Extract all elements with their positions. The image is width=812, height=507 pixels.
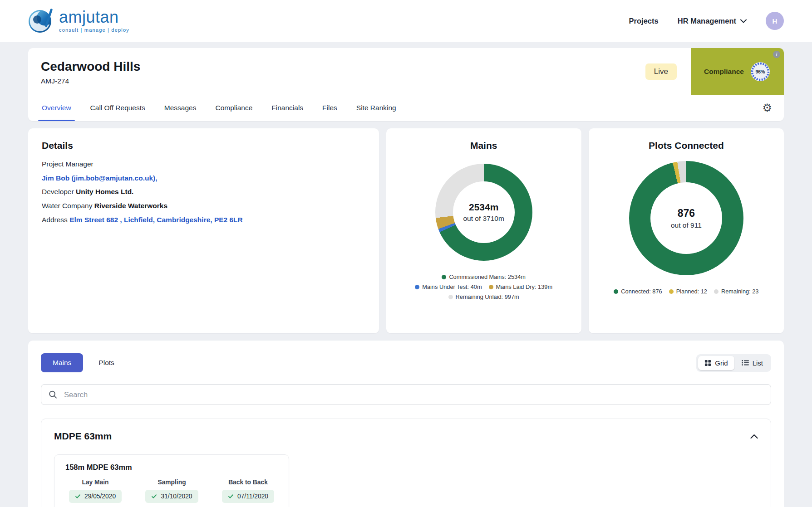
grid-view-button[interactable]: Grid <box>698 356 734 370</box>
brand-tagline: consult | manage | deploy <box>59 28 129 33</box>
milestone-label: Lay Main <box>82 479 109 486</box>
milestone-date-pill: 07/11/2020 <box>222 490 274 503</box>
project-manager-link-line: Jim Bob (jim.bob@amjutan.co.uk), <box>42 173 365 183</box>
mains-donut-center: 2534m out of 3710m <box>453 181 515 243</box>
tabs-row: OverviewCall Off RequestsMessagesComplia… <box>28 95 784 121</box>
milestone-date: 31/10/2020 <box>161 493 192 500</box>
group-title: MDPE 63mm <box>54 431 112 442</box>
milestone-row: Lay Main29/05/2020Sampling31/10/2020Back… <box>65 479 278 503</box>
brand-name: amjutan <box>59 9 129 25</box>
project-code: AMJ-274 <box>41 77 140 85</box>
summary-cards-row: Details Project Manager Jim Bob (jim.bob… <box>28 128 784 333</box>
search-input[interactable] <box>41 384 771 405</box>
legend-dot <box>614 289 618 294</box>
tab-site-ranking[interactable]: Site Ranking <box>355 95 397 121</box>
check-icon <box>228 493 234 499</box>
group-mdpe-63mm: MDPE 63mm 158m MDPE 63mm Lay Main29/05/2… <box>41 419 771 507</box>
project-header-card: Cedarwood Hills AMJ-274 Live i Complianc… <box>28 48 784 121</box>
project-manager-label: Project Manager <box>42 159 365 169</box>
plots-legend: Connected: 876Planned: 12Remaining: 23 <box>614 288 758 295</box>
plots-chart-card: Plots Connected 876 out of 911 Connected… <box>589 128 784 333</box>
milestone: Lay Main29/05/2020 <box>69 479 122 503</box>
main-item-card[interactable]: 158m MDPE 63mm Lay Main29/05/2020Samplin… <box>54 454 289 507</box>
milestone-date-pill: 29/05/2020 <box>69 490 122 503</box>
info-icon[interactable]: i <box>773 51 780 58</box>
legend-dot <box>714 289 718 294</box>
compliance-label: Compliance <box>704 68 744 76</box>
group-accordion-header[interactable]: MDPE 63mm <box>54 431 758 442</box>
compliance-gauge: 96% <box>749 61 771 83</box>
nav-projects[interactable]: Projects <box>629 17 659 25</box>
list-view-button[interactable]: List <box>735 356 769 370</box>
main-item-title: 158m MDPE 63mm <box>65 463 278 472</box>
milestone: Back to Back07/11/2020 <box>222 479 274 503</box>
settings-gear-icon[interactable]: ⚙ <box>762 95 772 121</box>
milestone-date: 07/11/2020 <box>237 493 268 500</box>
check-icon <box>151 493 157 499</box>
plots-donut-chart: 876 out of 911 <box>629 161 743 275</box>
address-line: Address Elm Street 682 , Lichfield, Camb… <box>42 215 365 225</box>
milestone-date: 29/05/2020 <box>84 493 116 500</box>
legend-item: Planned: 12 <box>669 288 707 295</box>
details-heading: Details <box>42 140 365 151</box>
mains-donut-chart: 2534m out of 3710m <box>435 164 532 261</box>
toggle-plots-button[interactable]: Plots <box>87 353 126 372</box>
list-icon <box>742 360 749 366</box>
legend-item: Mains Under Test: 40m <box>415 283 482 290</box>
user-avatar[interactable]: H <box>766 12 784 30</box>
tab-messages[interactable]: Messages <box>163 95 197 121</box>
milestone: Sampling31/10/2020 <box>145 479 198 503</box>
milestone-label: Back to Back <box>228 479 268 486</box>
project-manager-link[interactable]: Jim Bob (jim.bob@amjutan.co.uk), <box>42 174 157 182</box>
legend-dot <box>448 295 453 299</box>
water-company-line: Water Company Riverside Waterworks <box>42 201 365 211</box>
compliance-panel: i Compliance 96% <box>691 48 784 95</box>
view-toggle: Grid List <box>696 354 771 372</box>
search-bar <box>41 384 771 405</box>
nav-hr-management[interactable]: HR Management <box>678 17 747 25</box>
details-card: Details Project Manager Jim Bob (jim.bob… <box>28 128 379 333</box>
milestone-label: Sampling <box>157 479 186 486</box>
page-title: Cedarwood Hills <box>41 59 140 74</box>
legend-item: Remaining Unlaid: 997m <box>448 293 519 300</box>
legend-item: Commissioned Mains: 2534m <box>442 273 526 280</box>
plots-donut-subtext: out of 911 <box>671 221 702 229</box>
legend-item: Mains Laid Dry: 139m <box>489 283 552 290</box>
header-nav: Projects HR Management H <box>629 12 784 30</box>
address-link[interactable]: Elm Street 682 , Lichfield, Cambridgeshi… <box>69 216 243 224</box>
plots-donut-value: 876 <box>678 207 695 219</box>
toggle-mains-button[interactable]: Mains <box>41 353 83 372</box>
chevron-down-icon <box>740 19 747 23</box>
mains-chart-card: Mains 2534m out of 3710m Commissioned Ma… <box>386 128 581 333</box>
mains-chart-title: Mains <box>470 140 497 151</box>
legend-dot <box>669 289 674 294</box>
plots-chart-title: Plots Connected <box>649 140 724 151</box>
compliance-value: 96% <box>749 61 771 83</box>
chevron-up-icon[interactable] <box>750 434 758 439</box>
brand-logo[interactable]: amjutan consult | manage | deploy <box>28 7 129 34</box>
tab-files[interactable]: Files <box>321 95 338 121</box>
tab-compliance[interactable]: Compliance <box>214 95 253 121</box>
search-icon <box>49 390 57 399</box>
mains-legend: Commissioned Mains: 2534mMains Under Tes… <box>409 273 559 300</box>
tab-financials[interactable]: Financials <box>271 95 304 121</box>
assets-panel: Mains Plots Grid <box>28 341 784 507</box>
project-top-row: Cedarwood Hills AMJ-274 Live i Complianc… <box>28 48 784 95</box>
page-body: Cedarwood Hills AMJ-274 Live i Complianc… <box>0 42 812 507</box>
legend-item: Remaining: 23 <box>714 288 759 295</box>
app-header: amjutan consult | manage | deploy Projec… <box>0 0 812 42</box>
grid-icon <box>704 360 711 366</box>
panel-toolbar: Mains Plots Grid <box>41 353 771 372</box>
legend-item: Connected: 876 <box>614 288 662 295</box>
developer-line: Developer Unity Homes Ltd. <box>42 187 365 197</box>
check-icon <box>75 493 81 499</box>
developer-value: Unity Homes Ltd. <box>76 188 133 195</box>
milestone-date-pill: 31/10/2020 <box>145 490 198 503</box>
legend-dot <box>415 285 419 289</box>
tab-overview[interactable]: Overview <box>41 95 72 121</box>
legend-dot <box>489 285 493 289</box>
water-company-value: Riverside Waterworks <box>94 202 167 210</box>
legend-dot <box>442 275 446 279</box>
tab-call-off-requests[interactable]: Call Off Requests <box>89 95 146 121</box>
brand-logo-icon <box>28 7 54 34</box>
